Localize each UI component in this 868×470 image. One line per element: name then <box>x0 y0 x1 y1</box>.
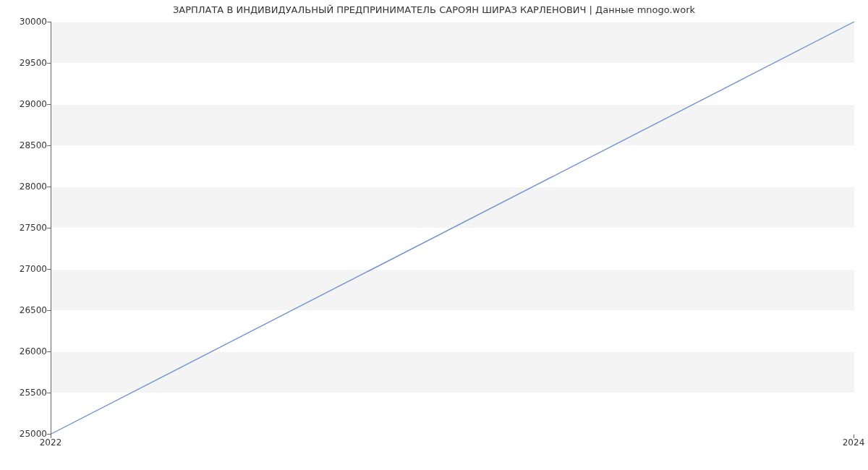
chart-title: ЗАРПЛАТА В ИНДИВИДУАЛЬНЫЙ ПРЕДПРИНИМАТЕЛ… <box>0 4 868 15</box>
y-tick-mark <box>47 228 51 228</box>
y-tick-mark <box>47 351 51 352</box>
series-line <box>51 22 854 434</box>
y-tick-label: 28500 <box>4 140 47 150</box>
chart-line-layer <box>51 22 854 434</box>
y-tick-label: 30000 <box>4 17 47 27</box>
y-tick-label: 27000 <box>4 264 47 274</box>
x-tick-label: 2024 <box>843 437 865 448</box>
y-tick-label: 28000 <box>4 181 47 192</box>
salary-line-chart: ЗАРПЛАТА В ИНДИВИДУАЛЬНЫЙ ПРЕДПРИНИМАТЕЛ… <box>0 0 868 470</box>
y-tick-mark <box>47 393 51 393</box>
y-tick-mark <box>47 63 51 64</box>
y-tick-label: 26000 <box>4 346 47 356</box>
x-tick-mark <box>51 435 51 438</box>
x-tick-mark <box>854 435 854 438</box>
y-tick-mark <box>47 104 51 105</box>
y-tick-mark <box>47 22 51 22</box>
plot-area <box>51 22 854 435</box>
x-tick-label: 2022 <box>40 437 62 448</box>
y-tick-mark <box>47 145 51 146</box>
y-tick-label: 29000 <box>4 99 47 109</box>
y-tick-label: 26500 <box>4 305 47 315</box>
y-tick-label: 25500 <box>4 388 47 398</box>
y-tick-label: 27500 <box>4 223 47 233</box>
y-tick-mark <box>47 310 51 311</box>
y-tick-mark <box>47 269 51 270</box>
y-tick-mark <box>47 187 51 187</box>
y-tick-label: 29500 <box>4 58 47 68</box>
